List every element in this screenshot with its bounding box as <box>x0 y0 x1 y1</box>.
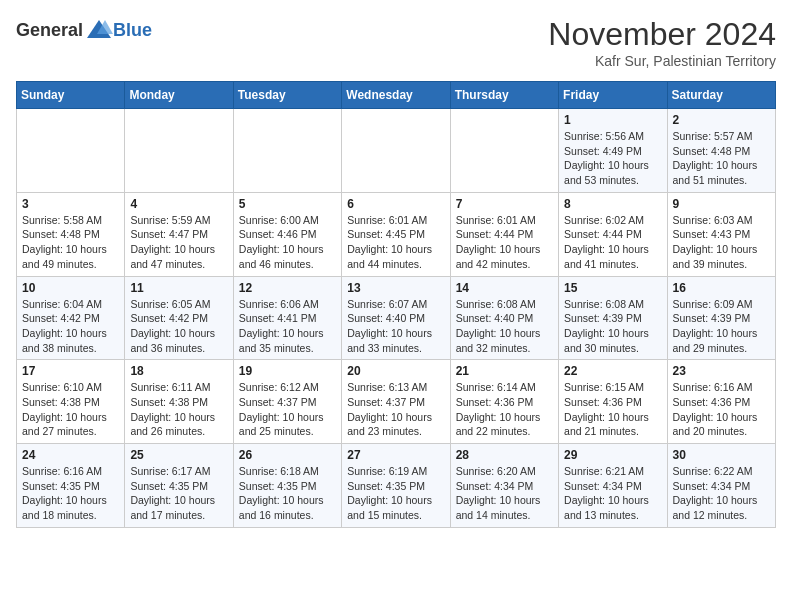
calendar-cell: 16Sunrise: 6:09 AMSunset: 4:39 PMDayligh… <box>667 276 775 360</box>
calendar-week-5: 24Sunrise: 6:16 AMSunset: 4:35 PMDayligh… <box>17 444 776 528</box>
calendar-cell: 7Sunrise: 6:01 AMSunset: 4:44 PMDaylight… <box>450 192 558 276</box>
day-number: 23 <box>673 364 770 378</box>
calendar-cell: 25Sunrise: 6:17 AMSunset: 4:35 PMDayligh… <box>125 444 233 528</box>
day-number: 15 <box>564 281 661 295</box>
month-title: November 2024 <box>548 16 776 53</box>
calendar-cell: 1Sunrise: 5:56 AMSunset: 4:49 PMDaylight… <box>559 109 667 193</box>
calendar-cell: 5Sunrise: 6:00 AMSunset: 4:46 PMDaylight… <box>233 192 341 276</box>
day-number: 18 <box>130 364 227 378</box>
weekday-header-wednesday: Wednesday <box>342 82 450 109</box>
calendar-cell: 28Sunrise: 6:20 AMSunset: 4:34 PMDayligh… <box>450 444 558 528</box>
day-number: 17 <box>22 364 119 378</box>
day-number: 8 <box>564 197 661 211</box>
page-header: General Blue November 2024 Kafr Sur, Pal… <box>16 16 776 69</box>
location-title: Kafr Sur, Palestinian Territory <box>548 53 776 69</box>
weekday-header-monday: Monday <box>125 82 233 109</box>
day-number: 28 <box>456 448 553 462</box>
day-number: 13 <box>347 281 444 295</box>
day-info: Sunrise: 6:06 AMSunset: 4:41 PMDaylight:… <box>239 297 336 356</box>
day-info: Sunrise: 6:13 AMSunset: 4:37 PMDaylight:… <box>347 380 444 439</box>
day-number: 21 <box>456 364 553 378</box>
calendar-cell: 8Sunrise: 6:02 AMSunset: 4:44 PMDaylight… <box>559 192 667 276</box>
calendar-week-3: 10Sunrise: 6:04 AMSunset: 4:42 PMDayligh… <box>17 276 776 360</box>
day-info: Sunrise: 6:16 AMSunset: 4:35 PMDaylight:… <box>22 464 119 523</box>
day-info: Sunrise: 6:03 AMSunset: 4:43 PMDaylight:… <box>673 213 770 272</box>
day-info: Sunrise: 6:10 AMSunset: 4:38 PMDaylight:… <box>22 380 119 439</box>
calendar-body: 1Sunrise: 5:56 AMSunset: 4:49 PMDaylight… <box>17 109 776 528</box>
calendar-cell <box>17 109 125 193</box>
title-area: November 2024 Kafr Sur, Palestinian Terr… <box>548 16 776 69</box>
day-number: 25 <box>130 448 227 462</box>
calendar-cell: 13Sunrise: 6:07 AMSunset: 4:40 PMDayligh… <box>342 276 450 360</box>
calendar-cell: 14Sunrise: 6:08 AMSunset: 4:40 PMDayligh… <box>450 276 558 360</box>
day-info: Sunrise: 6:08 AMSunset: 4:40 PMDaylight:… <box>456 297 553 356</box>
day-number: 27 <box>347 448 444 462</box>
day-info: Sunrise: 6:02 AMSunset: 4:44 PMDaylight:… <box>564 213 661 272</box>
day-info: Sunrise: 6:20 AMSunset: 4:34 PMDaylight:… <box>456 464 553 523</box>
weekday-header-row: SundayMondayTuesdayWednesdayThursdayFrid… <box>17 82 776 109</box>
day-number: 24 <box>22 448 119 462</box>
calendar-cell: 21Sunrise: 6:14 AMSunset: 4:36 PMDayligh… <box>450 360 558 444</box>
calendar-cell: 3Sunrise: 5:58 AMSunset: 4:48 PMDaylight… <box>17 192 125 276</box>
calendar-cell: 9Sunrise: 6:03 AMSunset: 4:43 PMDaylight… <box>667 192 775 276</box>
weekday-header-thursday: Thursday <box>450 82 558 109</box>
day-info: Sunrise: 6:21 AMSunset: 4:34 PMDaylight:… <box>564 464 661 523</box>
day-number: 19 <box>239 364 336 378</box>
day-info: Sunrise: 6:17 AMSunset: 4:35 PMDaylight:… <box>130 464 227 523</box>
day-number: 26 <box>239 448 336 462</box>
day-info: Sunrise: 6:04 AMSunset: 4:42 PMDaylight:… <box>22 297 119 356</box>
calendar-cell: 22Sunrise: 6:15 AMSunset: 4:36 PMDayligh… <box>559 360 667 444</box>
day-info: Sunrise: 5:57 AMSunset: 4:48 PMDaylight:… <box>673 129 770 188</box>
day-info: Sunrise: 6:18 AMSunset: 4:35 PMDaylight:… <box>239 464 336 523</box>
calendar-cell: 30Sunrise: 6:22 AMSunset: 4:34 PMDayligh… <box>667 444 775 528</box>
calendar-cell: 29Sunrise: 6:21 AMSunset: 4:34 PMDayligh… <box>559 444 667 528</box>
day-number: 3 <box>22 197 119 211</box>
day-info: Sunrise: 6:00 AMSunset: 4:46 PMDaylight:… <box>239 213 336 272</box>
calendar-cell: 6Sunrise: 6:01 AMSunset: 4:45 PMDaylight… <box>342 192 450 276</box>
day-number: 2 <box>673 113 770 127</box>
calendar-cell: 27Sunrise: 6:19 AMSunset: 4:35 PMDayligh… <box>342 444 450 528</box>
day-info: Sunrise: 6:08 AMSunset: 4:39 PMDaylight:… <box>564 297 661 356</box>
day-number: 7 <box>456 197 553 211</box>
calendar-cell: 2Sunrise: 5:57 AMSunset: 4:48 PMDaylight… <box>667 109 775 193</box>
calendar-cell: 18Sunrise: 6:11 AMSunset: 4:38 PMDayligh… <box>125 360 233 444</box>
calendar-header: SundayMondayTuesdayWednesdayThursdayFrid… <box>17 82 776 109</box>
day-number: 20 <box>347 364 444 378</box>
day-number: 22 <box>564 364 661 378</box>
day-number: 1 <box>564 113 661 127</box>
day-number: 11 <box>130 281 227 295</box>
weekday-header-friday: Friday <box>559 82 667 109</box>
day-info: Sunrise: 6:15 AMSunset: 4:36 PMDaylight:… <box>564 380 661 439</box>
day-number: 14 <box>456 281 553 295</box>
calendar-cell: 15Sunrise: 6:08 AMSunset: 4:39 PMDayligh… <box>559 276 667 360</box>
calendar-cell <box>342 109 450 193</box>
day-info: Sunrise: 6:01 AMSunset: 4:44 PMDaylight:… <box>456 213 553 272</box>
calendar-cell: 17Sunrise: 6:10 AMSunset: 4:38 PMDayligh… <box>17 360 125 444</box>
calendar-cell: 12Sunrise: 6:06 AMSunset: 4:41 PMDayligh… <box>233 276 341 360</box>
calendar-cell: 19Sunrise: 6:12 AMSunset: 4:37 PMDayligh… <box>233 360 341 444</box>
day-info: Sunrise: 5:59 AMSunset: 4:47 PMDaylight:… <box>130 213 227 272</box>
day-info: Sunrise: 6:05 AMSunset: 4:42 PMDaylight:… <box>130 297 227 356</box>
calendar-cell <box>125 109 233 193</box>
calendar-cell: 24Sunrise: 6:16 AMSunset: 4:35 PMDayligh… <box>17 444 125 528</box>
calendar-cell <box>233 109 341 193</box>
day-number: 10 <box>22 281 119 295</box>
calendar-table: SundayMondayTuesdayWednesdayThursdayFrid… <box>16 81 776 528</box>
day-info: Sunrise: 6:16 AMSunset: 4:36 PMDaylight:… <box>673 380 770 439</box>
day-number: 4 <box>130 197 227 211</box>
calendar-week-1: 1Sunrise: 5:56 AMSunset: 4:49 PMDaylight… <box>17 109 776 193</box>
calendar-cell: 4Sunrise: 5:59 AMSunset: 4:47 PMDaylight… <box>125 192 233 276</box>
weekday-header-saturday: Saturday <box>667 82 775 109</box>
day-number: 5 <box>239 197 336 211</box>
day-info: Sunrise: 6:11 AMSunset: 4:38 PMDaylight:… <box>130 380 227 439</box>
calendar-cell: 20Sunrise: 6:13 AMSunset: 4:37 PMDayligh… <box>342 360 450 444</box>
day-number: 30 <box>673 448 770 462</box>
weekday-header-tuesday: Tuesday <box>233 82 341 109</box>
calendar-cell: 26Sunrise: 6:18 AMSunset: 4:35 PMDayligh… <box>233 444 341 528</box>
logo-general-text: General <box>16 20 83 41</box>
day-info: Sunrise: 6:12 AMSunset: 4:37 PMDaylight:… <box>239 380 336 439</box>
day-info: Sunrise: 5:56 AMSunset: 4:49 PMDaylight:… <box>564 129 661 188</box>
day-number: 12 <box>239 281 336 295</box>
calendar-cell <box>450 109 558 193</box>
day-info: Sunrise: 6:19 AMSunset: 4:35 PMDaylight:… <box>347 464 444 523</box>
